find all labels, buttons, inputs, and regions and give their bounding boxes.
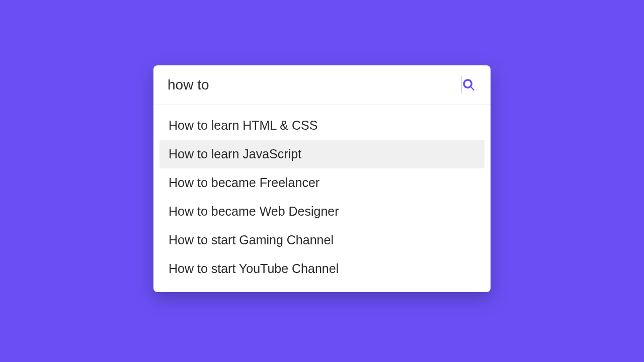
suggestion-item[interactable]: How to learn JavaScript bbox=[159, 140, 485, 168]
search-autocomplete-panel: how to How to learn HTML & CSS How to le… bbox=[153, 65, 491, 292]
suggestion-item[interactable]: How to became Web Designer bbox=[159, 197, 485, 226]
suggestion-item[interactable]: How to start YouTube Channel bbox=[159, 254, 485, 283]
suggestions-list: How to learn HTML & CSS How to learn Jav… bbox=[153, 105, 491, 292]
search-input-wrap[interactable]: how to bbox=[168, 76, 461, 94]
search-icon[interactable] bbox=[461, 77, 476, 93]
search-bar: how to bbox=[153, 65, 491, 105]
suggestion-item[interactable]: How to start Gaming Channel bbox=[159, 226, 485, 254]
suggestion-item[interactable]: How to learn HTML & CSS bbox=[159, 111, 485, 140]
suggestion-item[interactable]: How to became Freelancer bbox=[159, 168, 485, 197]
search-input[interactable]: how to bbox=[168, 77, 460, 93]
